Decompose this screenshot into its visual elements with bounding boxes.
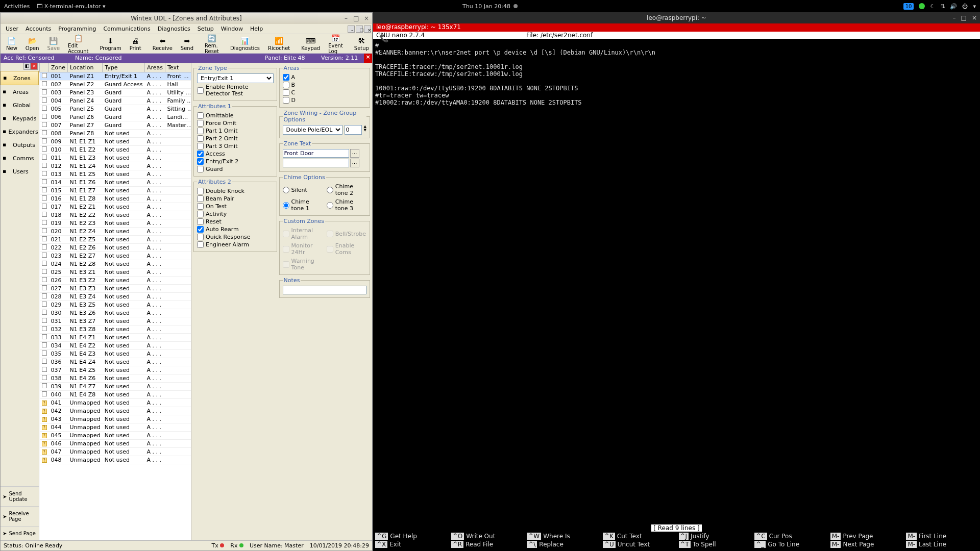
nav-outputs[interactable]: ▪Outputs xyxy=(1,138,39,152)
toolbar-edit-account[interactable]: 📋Edit Account xyxy=(64,32,92,56)
table-row[interactable]: 038N1 E4 Z6Not usedA . . .Doub… xyxy=(40,374,192,383)
menu-diagnostics[interactable]: Diagnostics xyxy=(155,24,193,33)
chk-a[interactable]: A xyxy=(283,73,366,81)
chime-tone3[interactable]: Chime tone 3 xyxy=(327,198,366,212)
table-row[interactable]: 004Panel Z4GuardA . . .Family …Doub… xyxy=(40,97,192,105)
table-row[interactable]: 017N1 E2 Z1Not usedA . . .Doub… xyxy=(40,203,192,211)
menu-programming[interactable]: Programming xyxy=(55,24,99,33)
table-row[interactable]: ?046UnmappedNot usedA . . .Doub… xyxy=(40,440,192,448)
col-Text[interactable]: Text xyxy=(165,63,191,72)
chk-activity[interactable]: Activity xyxy=(197,210,274,218)
term-close-icon[interactable]: × xyxy=(972,14,977,21)
table-row[interactable]: 021N1 E2 Z5Not usedA . . .Doub… xyxy=(40,236,192,244)
table-row[interactable]: 028N1 E3 Z4Not usedA . . .Doub… xyxy=(40,293,192,301)
dropdown-icon[interactable]: ▾ xyxy=(973,3,976,10)
table-row[interactable]: 032N1 E3 Z8Not usedA . . .Doub… xyxy=(40,325,192,334)
table-row[interactable]: ?047UnmappedNot usedA . . .Doub… xyxy=(40,448,192,456)
toolbar-send[interactable]: ➡Send xyxy=(177,35,197,53)
toolbar-program[interactable]: ⬇Program xyxy=(96,35,125,53)
table-row[interactable]: 027N1 E3 Z3Not usedA . . .Doub… xyxy=(40,285,192,293)
chime-silent[interactable]: Silent xyxy=(283,183,323,197)
mdi-min-icon[interactable]: – xyxy=(348,26,355,33)
chk-c[interactable]: C xyxy=(283,89,366,96)
toolbar-open[interactable]: 📂Open xyxy=(22,35,43,53)
chk-entry-exit-2[interactable]: Entry/Exit 2 xyxy=(197,158,274,165)
chime-tone1[interactable]: Chime tone 1 xyxy=(283,198,323,212)
remote-detector-checkbox[interactable] xyxy=(197,87,204,94)
terminal-body[interactable]: # #BANNER:banner:\r\nser2net port \p dev… xyxy=(373,39,980,524)
wintex-titlebar[interactable]: Wintex UDL - [Zones and Attributes] – □ … xyxy=(1,13,372,24)
zonetext2-btn[interactable]: … xyxy=(350,159,359,167)
term-max-icon[interactable]: □ xyxy=(961,14,967,21)
wiring-num-input[interactable] xyxy=(345,125,362,135)
activities-button[interactable]: Activities xyxy=(4,3,30,10)
nav-global[interactable]: ▪Global xyxy=(1,98,39,112)
table-row[interactable]: 022N1 E2 Z6Not usedA . . .Doub… xyxy=(40,244,192,252)
chime-tone2[interactable]: Chime tone 2 xyxy=(327,183,366,197)
toolbar-hang-up[interactable]: 📞Hang Up xyxy=(374,32,394,56)
toolbar-diagnostics[interactable]: 📊Diagnostics xyxy=(227,35,263,53)
col-chk[interactable] xyxy=(40,63,49,72)
nav-comms[interactable]: ▪Comms xyxy=(1,152,39,165)
chk-beam-pair[interactable]: Beam Pair xyxy=(197,195,274,203)
table-row[interactable]: 014N1 E1 Z6Not usedA . . .Doub… xyxy=(40,179,192,187)
table-row[interactable]: 008Panel Z8Not usedA . . .Doub… xyxy=(40,130,192,138)
nav-zones[interactable]: ▪Zones xyxy=(1,71,39,85)
term-min-icon[interactable]: – xyxy=(953,14,956,21)
chk-guard[interactable]: Guard xyxy=(197,165,274,173)
action-send-update[interactable]: ➤Send Update xyxy=(1,486,39,506)
table-row[interactable]: 011N1 E1 Z3Not usedA . . .Doub… xyxy=(40,154,192,162)
table-row[interactable]: 026N1 E3 Z2Not usedA . . .Doub… xyxy=(40,277,192,285)
toolbar-keypad[interactable]: ⌨Keypad xyxy=(298,35,324,53)
table-row[interactable]: 023N1 E2 Z7Not usedA . . .Doub… xyxy=(40,252,192,260)
toolbar-ricochet[interactable]: 📶Ricochet xyxy=(264,35,293,53)
table-row[interactable]: 020N1 E2 Z4Not usedA . . .Doub… xyxy=(40,228,192,236)
toolbar-print[interactable]: 🖨Print xyxy=(126,35,145,53)
table-row[interactable]: 030N1 E3 Z6Not usedA . . .Doub… xyxy=(40,309,192,317)
menu-user[interactable]: User xyxy=(3,24,21,33)
col-Zone[interactable]: Zone xyxy=(49,63,68,72)
toolbar-new[interactable]: 📄New xyxy=(3,35,21,53)
table-row[interactable]: 040N1 E4 Z8Not usedA . . .Doub… xyxy=(40,391,192,399)
table-row[interactable]: 039N1 E4 Z7Not usedA . . .Doub… xyxy=(40,383,192,391)
chk-part-2-omit[interactable]: Part 2 Omit xyxy=(197,135,274,142)
network-icon[interactable]: ⇅ xyxy=(940,3,945,10)
zone-table[interactable]: ZoneLocationTypeAreasTextWir...001Panel … xyxy=(39,63,191,540)
toolbar-save[interactable]: 💾Save xyxy=(44,35,64,53)
table-row[interactable]: 033N1 E4 Z1Not usedA . . .Doub… xyxy=(40,334,192,342)
table-row[interactable]: 005Panel Z5GuardA . . .Sitting …Doub… xyxy=(40,105,192,113)
mdi-max-icon[interactable]: □ xyxy=(356,26,363,33)
workspace-badge[interactable]: 10 xyxy=(903,3,914,10)
chk-omittable[interactable]: Omittable xyxy=(197,112,274,119)
chk-access[interactable]: Access xyxy=(197,150,274,158)
infobar-close-icon[interactable]: × xyxy=(364,54,372,63)
zonetext2-input[interactable] xyxy=(283,159,349,167)
toolbar-event-log[interactable]: 📅Event Log xyxy=(325,32,347,56)
toolbar-setup[interactable]: 🛠Setup xyxy=(351,35,373,53)
table-row[interactable]: 007Panel Z7GuardA . . .Master…Doub… xyxy=(40,121,192,130)
nav-mini-2[interactable]: × xyxy=(31,63,38,70)
table-row[interactable]: 015N1 E1 Z7Not usedA . . .Doub… xyxy=(40,187,192,195)
table-row[interactable]: 006Panel Z6GuardA . . .Landi…Doub… xyxy=(40,113,192,121)
table-row[interactable]: 035N1 E4 Z3Not usedA . . .Doub… xyxy=(40,350,192,358)
table-row[interactable]: ?044UnmappedNot usedA . . .Doub… xyxy=(40,423,192,432)
wiring-select[interactable]: Double Pole/EOL xyxy=(283,125,342,135)
col-Areas[interactable]: Areas xyxy=(144,63,165,72)
minimize-icon[interactable]: – xyxy=(342,15,350,22)
table-row[interactable]: 018N1 E2 Z2Not usedA . . .Doub… xyxy=(40,211,192,219)
table-row[interactable]: 037N1 E4 Z5Not usedA . . .Doub… xyxy=(40,366,192,374)
table-row[interactable]: 024N1 E2 Z8Not usedA . . .Doub… xyxy=(40,260,192,268)
chk-part-3-omit[interactable]: Part 3 Omit xyxy=(197,142,274,150)
menu-communications[interactable]: Communications xyxy=(100,24,153,33)
chk-on-test[interactable]: On Test xyxy=(197,203,274,210)
chk-quick-response[interactable]: Quick Response xyxy=(197,233,274,241)
chk-reset[interactable]: Reset xyxy=(197,218,274,226)
zonetext1-input[interactable] xyxy=(283,149,349,158)
chk-force-omit[interactable]: Force Omit xyxy=(197,119,274,127)
nav-users[interactable]: ▪Users xyxy=(1,165,39,178)
menu-window[interactable]: Window xyxy=(218,24,246,33)
terminal-titlebar[interactable]: leo@raspberrypi: ~ – □ × xyxy=(373,12,980,23)
table-row[interactable]: ?043UnmappedNot usedA . . .Doub… xyxy=(40,415,192,423)
chk-d[interactable]: D xyxy=(283,96,366,104)
chk-b[interactable]: B xyxy=(283,81,366,89)
